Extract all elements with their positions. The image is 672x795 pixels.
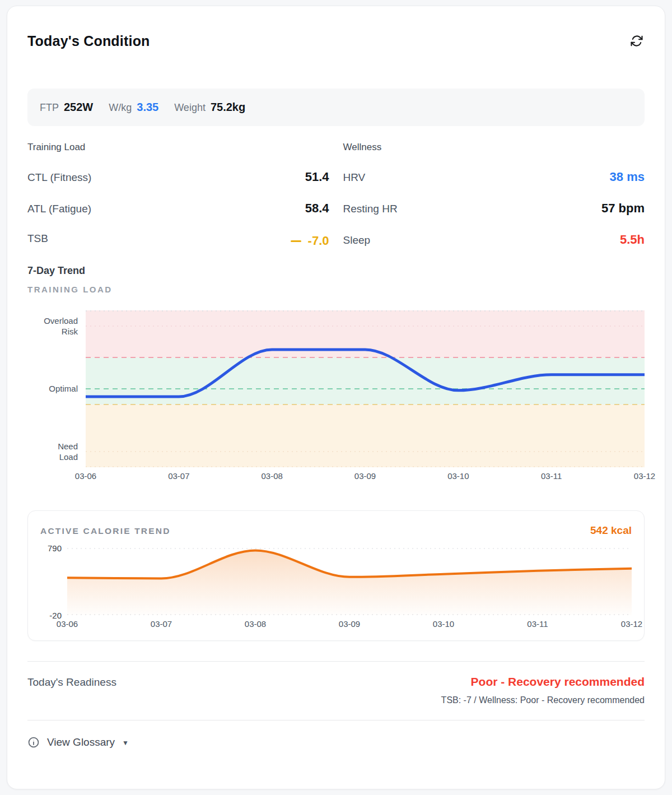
- card-header: Today's Condition: [27, 33, 645, 49]
- chart-y-axis-labels: OverloadRiskOptimalNeedLoad: [27, 310, 86, 467]
- weight-label: Weight: [174, 102, 206, 114]
- flat-trend-icon: [291, 240, 301, 243]
- x-tick-label: 03-10: [433, 619, 454, 629]
- calorie-plot: [67, 548, 632, 615]
- readiness-label: Today's Readiness: [27, 675, 116, 689]
- ctl-label: CTL (Fitness): [27, 171, 91, 184]
- hrv-label: HRV: [343, 171, 366, 184]
- chart-x-axis-labels: 03-0603-0703-0803-0903-1003-1103-12: [86, 470, 645, 482]
- training-load-chart: OverloadRiskOptimalNeedLoad 03-0603-0703…: [27, 310, 645, 482]
- x-tick-label: 03-07: [151, 619, 172, 629]
- x-tick-label: 03-10: [447, 471, 469, 481]
- sleep-value: 5.5h: [620, 233, 645, 247]
- divider: [27, 720, 645, 720]
- info-icon: [27, 736, 40, 748]
- training-load-header: Training Load: [27, 142, 329, 153]
- metric-row-resting-hr: Resting HR 57 bpm: [343, 201, 645, 216]
- ftp-label: FTP: [40, 102, 59, 114]
- x-tick-label: 03-08: [261, 471, 282, 481]
- tsb-value: -7.0: [291, 234, 329, 248]
- y-tick-label: 790: [48, 543, 62, 553]
- wkg-label: W/kg: [109, 102, 132, 114]
- active-calorie-card: ACTIVE CALORIE TREND 542 kcal 790-20 03-…: [27, 510, 645, 641]
- metric-row-ctl: CTL (Fitness) 51.4: [27, 170, 329, 184]
- view-glossary-label: View Glossary: [47, 736, 115, 748]
- metric-row-hrv: HRV 38 ms: [343, 170, 645, 184]
- metric-row-tsb: TSB -7.0: [27, 233, 329, 248]
- atl-value: 58.4: [305, 201, 329, 216]
- ftp-stat: FTP 252W: [40, 101, 93, 114]
- training-load-line-svg: [86, 310, 645, 467]
- resting-hr-value: 57 bpm: [601, 201, 645, 216]
- training-load-chart-label: TRAINING LOAD: [27, 285, 645, 294]
- tsb-label: TSB: [27, 233, 48, 245]
- x-tick-label: 03-06: [57, 619, 78, 629]
- refresh-button[interactable]: [629, 33, 645, 49]
- readiness-detail: TSB: -7 / Wellness: Poor - Recovery reco…: [441, 695, 645, 705]
- wellness-header: Wellness: [343, 142, 645, 153]
- athlete-stats-bar: FTP 252W W/kg 3.35 Weight 75.2kg: [27, 89, 645, 126]
- hrv-value: 38 ms: [610, 170, 645, 184]
- training-load-section: Training Load CTL (Fitness) 51.4 ATL (Fa…: [27, 142, 329, 248]
- ctl-value: 51.4: [305, 170, 329, 184]
- weight-stat: Weight 75.2kg: [174, 101, 245, 114]
- readiness-status: Poor - Recovery recommended: [441, 675, 645, 689]
- x-tick-label: 03-11: [541, 471, 562, 481]
- x-tick-label: 03-06: [75, 471, 96, 481]
- y-zone-label: Optimal: [49, 384, 78, 394]
- atl-label: ATL (Fatigue): [27, 203, 91, 215]
- x-tick-label: 03-09: [354, 471, 376, 481]
- x-tick-label: 03-08: [245, 619, 266, 629]
- y-zone-label: NeedLoad: [58, 441, 78, 462]
- divider: [27, 661, 645, 662]
- x-tick-label: 03-09: [339, 619, 360, 629]
- calorie-y-axis-labels: 790-20: [40, 548, 67, 615]
- wkg-value: 3.35: [137, 101, 158, 114]
- metrics-grid: Training Load CTL (Fitness) 51.4 ATL (Fa…: [27, 142, 645, 248]
- resting-hr-label: Resting HR: [343, 203, 398, 215]
- view-glossary-toggle[interactable]: View Glossary ▼: [27, 736, 129, 748]
- todays-condition-card: Today's Condition FTP 252W W/kg 3.35: [7, 6, 665, 789]
- weight-value: 75.2kg: [211, 101, 245, 114]
- page: Today's Condition FTP 252W W/kg 3.35: [0, 0, 672, 795]
- tsb-number: -7.0: [308, 234, 329, 248]
- x-tick-label: 03-07: [168, 471, 189, 481]
- refresh-icon: [630, 34, 643, 48]
- ftp-value: 252W: [64, 101, 93, 114]
- metric-row-sleep: Sleep 5.5h: [343, 233, 645, 247]
- page-title: Today's Condition: [27, 33, 150, 49]
- metric-row-atl: ATL (Fatigue) 58.4: [27, 201, 329, 216]
- calorie-x-axis-labels: 03-0603-0703-0803-0903-1003-1103-12: [67, 618, 632, 630]
- sleep-label: Sleep: [343, 234, 371, 247]
- seven-day-trend-title: 7-Day Trend: [27, 265, 645, 277]
- active-calorie-trend-label: ACTIVE CALORIE TREND: [40, 526, 171, 536]
- x-tick-label: 03-11: [527, 619, 548, 629]
- x-tick-label: 03-12: [621, 619, 642, 629]
- y-zone-label: OverloadRisk: [44, 315, 78, 337]
- calorie-current-value: 542 kcal: [590, 524, 632, 537]
- chevron-down-icon: ▼: [122, 738, 129, 747]
- readiness-section: Today's Readiness Poor - Recovery recomm…: [27, 675, 645, 705]
- x-tick-label: 03-12: [634, 471, 655, 481]
- calorie-area-svg: [67, 548, 632, 615]
- calorie-chart: 790-20 03-0603-0703-0803-0903-1003-1103-…: [40, 548, 632, 630]
- wellness-section: Wellness HRV 38 ms Resting HR 57 bpm Sle…: [343, 142, 645, 248]
- wkg-stat: W/kg 3.35: [109, 101, 158, 114]
- training-load-plot: [86, 310, 645, 467]
